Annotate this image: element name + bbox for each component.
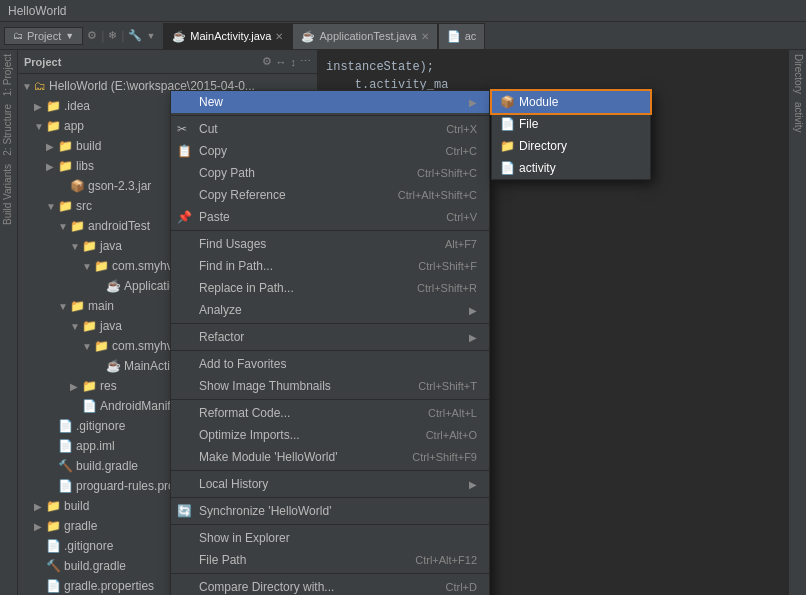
menu-item-reformat[interactable]: Reformat Code... Ctrl+Alt+L [171,402,489,424]
gitignore-app-icon: 📄 [58,419,73,433]
menu-item-copy-reference[interactable]: Copy Reference Ctrl+Alt+Shift+C [171,184,489,206]
panel-icon-expand[interactable]: ↔ [276,56,287,68]
tab-control-build[interactable]: 🔧 [128,29,142,42]
menu-item-add-favorites[interactable]: Add to Favorites [171,353,489,375]
menu-compare-dir-label: Compare Directory with... [199,580,442,594]
menu-item-replace-in-path[interactable]: Replace in Path... Ctrl+Shift+R [171,277,489,299]
context-menu[interactable]: New ▶ 📦 Module 📄 File 📁 Directory [170,90,490,595]
paste-icon: 📌 [177,210,192,224]
menu-item-find-usages[interactable]: Find Usages Alt+F7 [171,233,489,255]
gradle-props-icon: 📄 [46,579,61,593]
tree-build-root-label: build [64,499,89,513]
manifest-icon: 📄 [82,399,97,413]
tab-mainactivity[interactable]: ☕ MainActivity.java ✕ [163,23,292,49]
menu-item-refactor[interactable]: Refactor ▶ [171,326,489,348]
menu-item-local-history[interactable]: Local History ▶ [171,473,489,495]
res-folder-icon: 📁 [82,379,97,393]
submenu-item-directory[interactable]: 📁 Directory [492,135,650,157]
tree-arrow: ▼ [46,201,58,212]
tree-arrow: ▶ [34,501,46,512]
menu-item-optimize[interactable]: Optimize Imports... Ctrl+Alt+O [171,424,489,446]
make-module-shortcut: Ctrl+Shift+F9 [412,451,477,463]
module-icon: 📦 [500,95,515,109]
right-label-directory[interactable]: Directory [789,50,806,98]
tab-applicationtest[interactable]: ☕ ApplicationTest.java ✕ [292,23,437,49]
menu-item-paste[interactable]: 📌 Paste Ctrl+V [171,206,489,228]
tab-ac[interactable]: 📄 ac [438,23,486,49]
tab-applicationtest-close[interactable]: ✕ [421,31,429,42]
menu-sep-3 [171,350,489,351]
tree-app-label: app [64,119,84,133]
submenu-activity-label: activity [519,161,556,175]
menu-sep-2 [171,323,489,324]
menu-sep-7 [171,524,489,525]
right-label-activity[interactable]: activity [789,98,806,137]
submenu-file-label: File [519,117,538,131]
menu-item-copy[interactable]: 📋 Copy Ctrl+C [171,140,489,162]
project-icon: 🗂 [13,30,23,41]
menu-item-find-in-path[interactable]: Find in Path... Ctrl+Shift+F [171,255,489,277]
tree-arrow: ▶ [46,141,58,152]
cut-icon: ✂ [177,122,187,136]
menu-item-cut-label: Cut [199,122,442,136]
submenu-item-module[interactable]: 📦 Module [492,91,650,113]
menu-show-explorer-label: Show in Explorer [199,531,477,545]
copy-reference-shortcut: Ctrl+Alt+Shift+C [398,189,477,201]
tab-applicationtest-icon: ☕ [301,30,315,43]
menu-item-analyze[interactable]: Analyze ▶ [171,299,489,321]
project-dropdown[interactable]: 🗂 Project ▼ [4,27,83,45]
mainactivity-file-icon: ☕ [106,359,121,373]
tree-gson-label: gson-2.3.jar [88,179,151,193]
local-history-arrow: ▶ [469,479,477,490]
panel-icon-sort[interactable]: ↕ [291,56,297,68]
menu-item-new-label: New [199,95,461,109]
menu-item-file-path[interactable]: File Path Ctrl+Alt+F12 [171,549,489,571]
compare-dir-shortcut: Ctrl+D [446,581,477,593]
menu-item-show-explorer[interactable]: Show in Explorer [171,527,489,549]
libs-folder-icon: 📁 [58,159,73,173]
submenu-item-activity[interactable]: 📄 activity [492,157,650,179]
panel-icon-settings[interactable]: ⚙ [262,55,272,68]
find-path-shortcut: Ctrl+Shift+F [418,260,477,272]
left-sidebar-labels: 1: Project 2: Structure Build Variants [0,50,18,595]
refactor-arrow: ▶ [469,332,477,343]
menu-item-copy-path[interactable]: Copy Path Ctrl+Shift+C [171,162,489,184]
submenu-new[interactable]: 📦 Module 📄 File 📁 Directory 📄 activity [491,90,651,180]
tree-arrow: ▼ [22,81,34,92]
tab-control-settings[interactable]: ⚙ [87,29,97,42]
menu-item-new[interactable]: New ▶ 📦 Module 📄 File 📁 Directory [171,91,489,113]
tree-arrow: ▼ [82,261,94,272]
androidtest-folder-icon: 📁 [70,219,85,233]
menu-item-cut[interactable]: ✂ Cut Ctrl+X [171,118,489,140]
menu-item-compare-dir[interactable]: Compare Directory with... Ctrl+D [171,576,489,595]
build-root-icon: 📁 [46,499,61,513]
build-folder-icon: 📁 [58,139,73,153]
menu-copy-path-label: Copy Path [199,166,413,180]
menu-analyze-label: Analyze [199,303,461,317]
app-gradle-icon: 🔨 [58,459,73,473]
menu-copy-reference-label: Copy Reference [199,188,394,202]
tree-res-label: res [100,379,117,393]
copy-shortcut: Ctrl+C [446,145,477,157]
sidebar-item-build-variants[interactable]: Build Variants [0,160,17,229]
tab-control-dropdown[interactable]: ▼ [146,31,155,41]
tab-mainactivity-close[interactable]: ✕ [275,31,283,42]
tree-androidtest-label: androidTest [88,219,150,233]
analyze-arrow: ▶ [469,305,477,316]
tab-control-snowflake[interactable]: ❄ [108,29,117,42]
menu-reformat-label: Reformat Code... [199,406,424,420]
menu-find-usages-label: Find Usages [199,237,441,251]
menu-thumbnails-label: Show Image Thumbnails [199,379,414,393]
androidtest-java-icon: 📁 [82,239,97,253]
submenu-item-file[interactable]: 📄 File [492,113,650,135]
tree-arrow: ▼ [82,341,94,352]
gson-jar-icon: 📦 [70,179,85,193]
panel-icon-more[interactable]: ⋯ [300,55,311,68]
tree-libs-label: libs [76,159,94,173]
sidebar-item-project[interactable]: 1: Project [0,50,17,100]
tree-main-label: main [88,299,114,313]
menu-item-synchronize[interactable]: 🔄 Synchronize 'HelloWorld' [171,500,489,522]
menu-item-make-module[interactable]: Make Module 'HelloWorld' Ctrl+Shift+F9 [171,446,489,468]
menu-item-show-thumbnails[interactable]: Show Image Thumbnails Ctrl+Shift+T [171,375,489,397]
sidebar-item-structure[interactable]: 2: Structure [0,100,17,160]
